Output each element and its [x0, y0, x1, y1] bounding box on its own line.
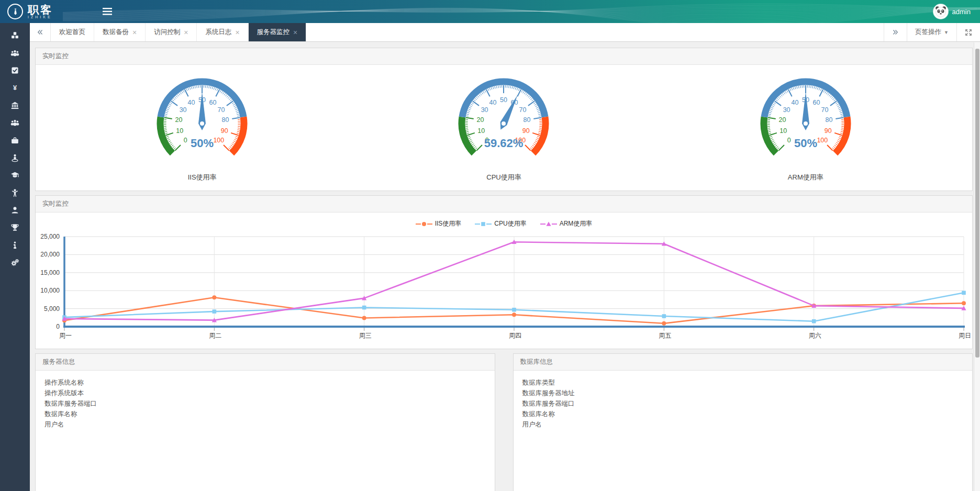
fullscreen-icon — [965, 29, 972, 36]
tie-logo-icon — [7, 4, 23, 19]
svg-text:周六: 周六 — [809, 332, 821, 339]
app-logo[interactable]: 职客 IZHIKE — [0, 4, 103, 19]
svg-text:60: 60 — [209, 99, 217, 106]
svg-text:10: 10 — [779, 127, 787, 135]
tabs-scroll-right-button[interactable] — [884, 23, 907, 41]
legend-swatch-icon — [540, 221, 557, 227]
tab-operations-dropdown[interactable]: 页签操作 ▼ — [907, 23, 956, 41]
sidebar-item-trophy[interactable] — [0, 220, 30, 237]
tab-operations-label: 页签操作 — [915, 28, 941, 37]
info-panels-row: 服务器信息 操作系统名称操作系统版本数据库服务器端口数据库名称用户名 数据库信息… — [35, 353, 973, 491]
scrollbar-thumb[interactable] — [975, 49, 979, 358]
legend-item[interactable]: ARM使用率 — [540, 219, 593, 228]
bank-icon — [10, 101, 19, 112]
svg-text:周三: 周三 — [359, 332, 372, 339]
sidebar-item-street-view[interactable] — [0, 150, 30, 168]
sidebar-item-user[interactable] — [0, 203, 30, 220]
tab-close-icon[interactable]: × — [132, 29, 137, 36]
hamburger-icon — [103, 8, 112, 15]
legend-swatch-icon — [416, 221, 432, 227]
gauge-chart: 010203040506070809010050% ARM使用率 — [743, 72, 868, 182]
svg-text:0: 0 — [787, 137, 791, 144]
tab-item[interactable]: 系统日志× — [197, 23, 248, 41]
logo-title: 职客 — [28, 4, 53, 15]
users-icon — [10, 49, 19, 60]
gauge-svg: 010203040506070809010059.62% — [441, 72, 566, 160]
fullscreen-button[interactable] — [956, 23, 980, 41]
list-item: 用户名 — [44, 419, 486, 430]
cubes-icon — [10, 31, 19, 42]
svg-text:周二: 周二 — [209, 332, 221, 339]
panel-title: 实时监控 — [36, 196, 972, 213]
sidebar-toggle-button[interactable] — [103, 8, 112, 15]
tabs-container: 欢迎首页数据备份×访问控制×系统日志×服务器监控× — [51, 23, 306, 41]
svg-text:60: 60 — [812, 99, 820, 106]
svg-text:70: 70 — [218, 106, 225, 114]
sidebar-item-briefcase[interactable] — [0, 132, 30, 150]
svg-text:40: 40 — [188, 99, 195, 106]
legend-item[interactable]: IIS使用率 — [416, 219, 462, 228]
panel-title: 服务器信息 — [36, 354, 495, 371]
svg-text:90: 90 — [522, 127, 530, 135]
vertical-scrollbar[interactable] — [974, 42, 980, 491]
team-icon — [10, 118, 19, 129]
street-view-icon — [10, 153, 19, 164]
realtime-gauges-panel: 实时监控 010203040506070809010050% IIS使用率010… — [35, 48, 973, 191]
sidebar-item-info[interactable] — [0, 238, 30, 255]
panda-avatar-icon — [933, 4, 948, 19]
tab-label: 系统日志 — [205, 28, 231, 37]
user-icon — [10, 206, 19, 217]
server-info-panel: 服务器信息 操作系统名称操作系统版本数据库服务器端口数据库名称用户名 — [35, 353, 495, 491]
svg-text:30: 30 — [481, 106, 488, 114]
child-icon — [10, 188, 19, 199]
double-chevron-left-icon — [37, 29, 43, 36]
tab-item[interactable]: 欢迎首页 — [51, 23, 94, 41]
svg-text:70: 70 — [821, 106, 828, 114]
sidebar: ¥ — [0, 23, 30, 491]
user-avatar — [933, 4, 948, 19]
svg-text:5,000: 5,000 — [44, 305, 60, 313]
realtime-chart-panel: 实时监控 IIS使用率 CPU使用率 ARM使用率 05,00010,00015… — [35, 195, 973, 349]
tab-close-icon[interactable]: × — [293, 29, 297, 36]
logo-subtitle: IZHIKE — [28, 15, 53, 19]
line-chart: 05,00010,00015,00020,00025,000周一周二周三周四周五… — [36, 229, 972, 349]
tabs-scroll-left-button[interactable] — [30, 23, 51, 41]
sidebar-item-users[interactable] — [0, 45, 30, 62]
tab-close-icon[interactable]: × — [184, 29, 188, 36]
username-label: admin — [952, 8, 971, 16]
tab-item[interactable]: 服务器监控× — [249, 23, 307, 41]
check-square-icon — [10, 66, 19, 77]
sidebar-item-yen[interactable]: ¥ — [0, 80, 30, 97]
gauge-chart: 010203040506070809010050% IIS使用率 — [139, 72, 265, 182]
list-item: 数据库名称 — [522, 409, 964, 419]
svg-text:15,000: 15,000 — [40, 269, 60, 276]
database-info-list: 数据库类型数据库服务器地址数据库服务器端口数据库名称用户名 — [514, 371, 973, 437]
info-icon — [10, 241, 19, 252]
tab-item[interactable]: 访问控制× — [146, 23, 197, 41]
sidebar-item-graduation-cap[interactable] — [0, 168, 30, 185]
sidebar-item-gears[interactable] — [0, 255, 30, 272]
line-chart-svg: 05,00010,00015,00020,00025,000周一周二周三周四周五… — [36, 231, 972, 342]
legend-item[interactable]: CPU使用率 — [475, 219, 526, 228]
sidebar-item-cubes[interactable] — [0, 28, 30, 45]
sidebar-item-child[interactable] — [0, 185, 30, 203]
svg-text:0: 0 — [56, 323, 60, 330]
gauge-caption: ARM使用率 — [743, 173, 868, 182]
tab-close-icon[interactable]: × — [235, 29, 239, 36]
sidebar-item-team[interactable] — [0, 115, 30, 132]
svg-text:20,000: 20,000 — [40, 251, 60, 258]
tab-item[interactable]: 数据备份× — [94, 23, 146, 41]
sidebar-item-check-square[interactable] — [0, 63, 30, 80]
svg-text:50%: 50% — [794, 137, 817, 150]
svg-text:40: 40 — [489, 99, 497, 106]
sidebar-item-bank[interactable] — [0, 98, 30, 115]
legend-label: IIS使用率 — [435, 219, 462, 228]
tab-bar: 欢迎首页数据备份×访问控制×系统日志×服务器监控× 页签操作 ▼ — [30, 23, 980, 42]
tab-label: 访问控制 — [154, 28, 180, 37]
top-navbar: 职客 IZHIKE admin — [0, 0, 980, 23]
graduation-cap-icon — [10, 171, 19, 182]
user-menu[interactable]: admin — [933, 4, 980, 19]
svg-text:0: 0 — [184, 137, 187, 144]
briefcase-icon — [10, 136, 19, 147]
list-item: 数据库服务器端口 — [522, 398, 964, 409]
